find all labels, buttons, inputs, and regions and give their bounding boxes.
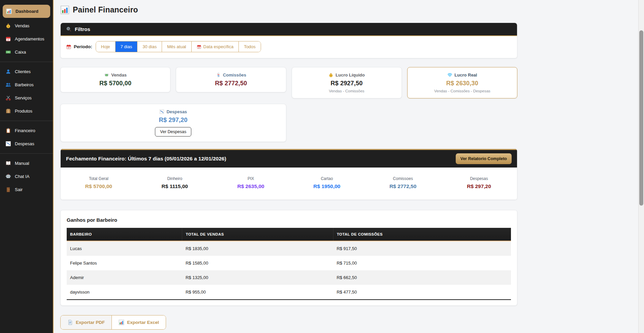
comissoes-card-label: Comissões (180, 72, 282, 78)
vendas-card-value: R$ 5700,00 (65, 80, 166, 87)
exportar-pdf-button[interactable]: Exportar PDF (61, 315, 111, 329)
svg-text:$: $ (8, 25, 9, 28)
sidebar-item-label: Despesas (15, 141, 34, 146)
fechamento-summary: Total Geral R$ 5700,00 Dinheiro R$ 1115,… (61, 168, 517, 200)
money-with-wings-icon (104, 72, 109, 78)
exportar-excel-button[interactable]: Exportar Excel (111, 315, 166, 329)
despesas-card-value: R$ 297,20 (65, 117, 282, 124)
page-title: Painel Financeiro (73, 5, 138, 14)
sidebar-item-manual[interactable]: Manual (0, 157, 53, 170)
barber-table: BARBEIRO TOTAL DE VENDAS TOTAL DE COMISS… (67, 228, 511, 300)
sidebar-item-label: Financeiro (15, 128, 35, 133)
period-7-dias-button[interactable]: 7 dias (115, 41, 137, 52)
table-header-row: BARBEIRO TOTAL DE VENDAS TOTAL DE COMISS… (67, 228, 511, 241)
table-row: Ademir R$ 1325,00 R$ 662,50 (67, 270, 511, 285)
sidebar-item-label: Serviços (15, 95, 32, 100)
period-label: Período: (74, 44, 92, 49)
bar-chart-icon (6, 8, 12, 14)
document-icon (67, 320, 73, 325)
period-label-group: 17 Período: (66, 44, 92, 50)
sidebar-item-label: Produtos (15, 109, 32, 114)
ver-despesas-button[interactable]: Ver Despesas (155, 127, 191, 137)
bar-chart-icon (60, 5, 69, 14)
filters-panel: Filtros 17 Período: Hoje 7 dias 30 dias … (60, 23, 517, 58)
page-header: Painel Financeiro (60, 5, 517, 14)
summary-total-geral: Total Geral R$ 5700,00 (61, 176, 137, 189)
table-row: Felipe Santos R$ 1585,00 R$ 715,00 (67, 256, 511, 270)
scrollbar-thumb[interactable] (639, 30, 643, 206)
sidebar-item-clientes[interactable]: Clientes (0, 65, 53, 78)
svg-text:17: 17 (198, 47, 200, 48)
lucro-real-card-subtitle: Vendas - Comissões - Despesas (412, 89, 513, 93)
calendar-icon: 17 (5, 36, 11, 42)
barber-pole-icon (216, 72, 221, 78)
period-data-especifica-button[interactable]: 17 Data específica (191, 41, 239, 52)
sidebar-item-financeiro[interactable]: Financeiro (0, 124, 53, 137)
period-mes-atual-button[interactable]: Mês atual (162, 41, 191, 52)
lucro-liquido-card-label: $ Lucro Líquido (296, 72, 397, 78)
bar-chart-icon (119, 320, 124, 325)
sidebar-item-vendas[interactable]: $ Vendas (0, 19, 53, 32)
lucro-real-card-label: Lucro Real (412, 72, 513, 78)
sidebar-item-agendamentos[interactable]: 17 Agendamentos (0, 32, 53, 46)
sidebar-item-despesas[interactable]: Despesas (0, 137, 53, 150)
people-icon (5, 82, 11, 88)
sidebar-item-label: Manual (15, 161, 29, 166)
sidebar-divider (0, 153, 53, 154)
summary-comissoes: Comissoes R$ 2772,50 (365, 176, 441, 189)
kpi-cards: Vendas R$ 5700,00 Comissões R$ 2772,50 $… (60, 67, 517, 142)
summary-pix: PIX R$ 2635,00 (213, 176, 289, 189)
fechamento-title: Fechamento Financeiro: Últimos 7 dias (0… (66, 156, 226, 162)
sidebar-item-chat-ia[interactable]: Chat IA (0, 170, 53, 183)
sidebar-item-label: Barbeiros (15, 82, 34, 87)
scissors-icon (5, 95, 11, 101)
period-30-dias-button[interactable]: 30 dias (137, 41, 162, 52)
ver-relatorio-completo-button[interactable]: Ver Relatorio Completo (456, 153, 512, 164)
filters-header: Filtros (61, 23, 517, 36)
table-row: dayvisson R$ 955,00 R$ 477,50 (67, 285, 511, 300)
column-total-vendas: TOTAL DE VENDAS (182, 228, 333, 241)
svg-text:17: 17 (7, 39, 9, 41)
export-row: Exportar PDF Exportar Excel (60, 315, 517, 330)
sidebar-item-label: Caixa (15, 50, 26, 55)
summary-despesas: Despesas R$ 297,20 (441, 176, 517, 189)
vertical-scrollbar[interactable] (638, 0, 644, 333)
package-icon (5, 108, 11, 114)
sidebar-divider (0, 121, 53, 121)
fechamento-header: Fechamento Financeiro: Últimos 7 dias (0… (61, 149, 517, 168)
calendar-icon: 17 (66, 44, 71, 50)
lucro-liquido-card: $ Lucro Líquido R$ 2927,50 Vendas - Comi… (292, 67, 402, 98)
lucro-liquido-card-value: R$ 2927,50 (296, 80, 397, 87)
sidebar-item-servicos[interactable]: Serviços (0, 91, 53, 104)
sidebar-item-produtos[interactable]: Produtos (0, 104, 53, 118)
despesas-card-label: Despesas (65, 109, 282, 114)
vendas-card-label: Vendas (65, 72, 166, 78)
sidebar-item-barbeiros[interactable]: Barbeiros (0, 78, 53, 91)
clipboard-icon (5, 128, 11, 133)
period-hoje-button[interactable]: Hoje (96, 41, 115, 52)
sidebar-item-dashboard[interactable]: Dashboard (3, 5, 50, 18)
door-icon (5, 187, 11, 192)
sidebar-divider (0, 62, 53, 62)
column-total-comissoes: TOTAL DE COMISSÕES (333, 228, 511, 241)
money-bag-icon: $ (5, 23, 11, 29)
lucro-real-card-value: R$ 2630,30 (412, 80, 513, 87)
sidebar-item-label: Sair (15, 187, 23, 192)
lucro-liquido-card-subtitle: Vendas - Comissões (296, 89, 397, 93)
fechamento-panel: Fechamento Financeiro: Últimos 7 dias (0… (60, 149, 517, 200)
book-icon (5, 160, 11, 166)
sidebar-item-label: Agendamentos (15, 36, 44, 41)
main-area: Painel Financeiro Filtros 17 Período: Ho… (54, 0, 638, 333)
filters-title: Filtros (75, 26, 90, 32)
chart-down-icon (159, 109, 164, 114)
sidebar-item-sair[interactable]: Sair (0, 183, 53, 196)
period-todos-button[interactable]: Todos (238, 41, 261, 52)
money-bag-icon: $ (328, 72, 333, 78)
column-barbeiro: BARBEIRO (67, 228, 182, 241)
comissoes-card-value: R$ 2772,50 (180, 80, 282, 87)
table-row: Lucas R$ 1835,00 R$ 917,50 (67, 241, 511, 256)
sidebar: Dashboard $ Vendas 17 Agendamentos Caixa… (0, 0, 54, 333)
export-button-group: Exportar PDF Exportar Excel (60, 315, 166, 330)
sidebar-item-label: Chat IA (15, 174, 29, 179)
sidebar-item-caixa[interactable]: Caixa (0, 46, 53, 59)
